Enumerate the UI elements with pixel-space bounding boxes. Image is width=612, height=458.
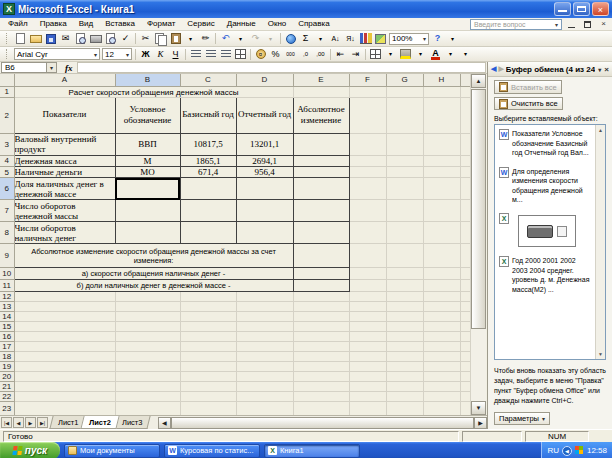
row-header[interactable]: 20 <box>0 372 14 382</box>
cell[interactable] <box>180 222 236 244</box>
cell[interactable] <box>349 155 386 166</box>
cell-cash-label[interactable]: Наличные деньги <box>14 166 115 177</box>
cell-gdp-base[interactable]: 10817,5 <box>180 133 236 155</box>
col-header-A[interactable]: A <box>14 74 115 86</box>
next-sheet-icon[interactable]: ▶ <box>25 417 36 428</box>
cell[interactable] <box>386 302 423 312</box>
cell-header-code[interactable]: Условное обозначение <box>115 97 180 133</box>
cell[interactable] <box>115 362 180 372</box>
cell[interactable] <box>349 244 386 268</box>
select-all-corner[interactable] <box>0 74 14 86</box>
cell[interactable] <box>236 402 293 416</box>
cell-cash-report[interactable]: 956,4 <box>236 166 293 177</box>
cell[interactable] <box>293 302 349 312</box>
cell[interactable] <box>236 392 293 402</box>
cell-header-report-year[interactable]: Отчетный год <box>236 97 293 133</box>
office-tray-icon[interactable] <box>575 446 584 455</box>
cell[interactable] <box>386 382 423 392</box>
last-sheet-icon[interactable]: ▶| <box>37 417 48 428</box>
cell[interactable] <box>349 86 386 97</box>
italic-button[interactable]: К <box>153 48 168 61</box>
cell[interactable] <box>180 352 236 362</box>
underline-button[interactable]: Ч <box>168 48 183 61</box>
row-header[interactable]: 15 <box>0 322 14 332</box>
menu-file[interactable]: Файл <box>2 18 34 30</box>
tab-sheet2[interactable]: Лист2 <box>81 416 120 429</box>
cell[interactable] <box>460 292 470 302</box>
print-icon[interactable] <box>88 32 103 45</box>
clipboard-item[interactable]: X Год 2000 2001 2002 2003 2004 среднег. … <box>499 256 593 294</box>
cell[interactable] <box>293 200 349 222</box>
autosum-icon[interactable]: Σ <box>298 32 313 45</box>
cell[interactable] <box>423 244 460 268</box>
pane-back-icon[interactable]: ◀ <box>491 65 496 73</box>
cell[interactable] <box>460 392 470 402</box>
col-header-F[interactable]: F <box>349 74 386 86</box>
cell[interactable] <box>423 372 460 382</box>
cell[interactable] <box>423 312 460 322</box>
cell[interactable] <box>386 268 423 280</box>
cell[interactable] <box>386 292 423 302</box>
row-header[interactable]: 2 <box>0 97 14 133</box>
cell[interactable] <box>460 97 470 133</box>
menu-edit[interactable]: Правка <box>34 18 73 30</box>
menu-data[interactable]: Данные <box>221 18 262 30</box>
scroll-down-icon[interactable]: ▼ <box>471 401 486 415</box>
col-header-B[interactable]: B <box>115 74 180 86</box>
cell[interactable] <box>293 133 349 155</box>
clipboard-item[interactable]: W Показатели Условное обозначение Базисн… <box>499 129 593 157</box>
col-header-partial[interactable] <box>460 74 470 86</box>
cell[interactable] <box>180 312 236 322</box>
new-icon[interactable] <box>13 32 28 45</box>
cell[interactable] <box>236 372 293 382</box>
cell[interactable] <box>423 86 460 97</box>
list-scroll-down-icon[interactable]: ▼ <box>598 351 603 357</box>
cell[interactable] <box>14 312 115 322</box>
vertical-scrollbar[interactable]: ▲ ▼ <box>470 74 486 415</box>
cell[interactable] <box>293 392 349 402</box>
cell[interactable] <box>180 342 236 352</box>
col-header-C[interactable]: C <box>180 74 236 86</box>
cell-money-base[interactable]: 1865,1 <box>180 155 236 166</box>
cell[interactable] <box>236 200 293 222</box>
paste-all-button[interactable]: Вставить все <box>494 80 562 93</box>
row-header[interactable]: 7 <box>0 200 14 222</box>
menu-tools[interactable]: Сервис <box>181 18 220 30</box>
taskbar-button-word-doc[interactable]: W Курсовая по статис... <box>164 444 260 458</box>
taskbar-button-workbook[interactable]: X Книга1 <box>264 444 360 458</box>
cell[interactable] <box>180 382 236 392</box>
cell[interactable] <box>386 200 423 222</box>
cell[interactable] <box>349 200 386 222</box>
row-header[interactable]: 4 <box>0 155 14 166</box>
cell[interactable] <box>386 332 423 342</box>
question-dropdown-icon[interactable]: ▾ <box>555 21 558 28</box>
col-header-E[interactable]: E <box>293 74 349 86</box>
cell[interactable] <box>349 352 386 362</box>
cut-icon[interactable]: ✂ <box>138 32 153 45</box>
row-header[interactable]: 3 <box>0 133 14 155</box>
sort-descending-icon[interactable]: Я↓ <box>343 32 358 45</box>
cell[interactable] <box>460 222 470 244</box>
decrease-indent-icon[interactable]: ⇤ <box>333 48 348 61</box>
cell[interactable] <box>180 362 236 372</box>
cell[interactable] <box>115 312 180 322</box>
cell[interactable] <box>386 352 423 362</box>
cell[interactable] <box>236 312 293 322</box>
name-box-dropdown-icon[interactable]: ▾ <box>47 62 57 73</box>
cell[interactable] <box>115 332 180 342</box>
cell-velocity-m-label[interactable]: Число оборотов денежной массы <box>14 200 115 222</box>
cell[interactable] <box>293 332 349 342</box>
cell[interactable] <box>349 332 386 342</box>
cell[interactable] <box>460 133 470 155</box>
start-button[interactable]: пуск <box>0 442 60 458</box>
cell[interactable] <box>115 372 180 382</box>
fx-icon[interactable]: fx <box>65 63 73 73</box>
cell[interactable] <box>460 178 470 200</box>
cell[interactable] <box>115 222 180 244</box>
cell[interactable] <box>386 222 423 244</box>
row-header[interactable]: 19 <box>0 362 14 372</box>
cell[interactable] <box>460 280 470 292</box>
redo-icon[interactable]: ↷ <box>248 32 263 45</box>
horizontal-scroll-thumb[interactable] <box>171 417 474 429</box>
drawing-icon[interactable] <box>373 32 388 45</box>
